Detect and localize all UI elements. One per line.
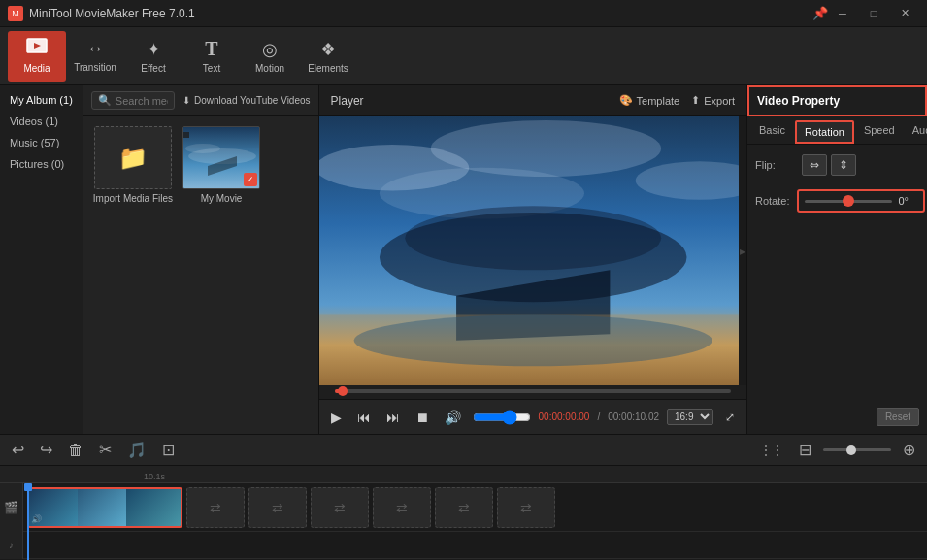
svg-point-5 [185, 144, 220, 153]
close-button[interactable]: ✕ [890, 4, 919, 23]
video-clip[interactable]: 🔊 [27, 487, 182, 528]
toolbar-motion[interactable]: ◎ Motion [241, 31, 299, 82]
svg-rect-7 [183, 132, 189, 138]
play-button[interactable]: ▶ [327, 408, 346, 427]
split-button[interactable]: ⋮⋮ [756, 442, 787, 459]
transition-slot-6[interactable]: ⇄ [497, 487, 555, 528]
my-movie-label: My Movie [201, 193, 243, 204]
minimize-button[interactable]: ─ [828, 4, 857, 23]
crop-button[interactable]: ⊡ [158, 439, 179, 461]
text-icon: T [205, 38, 217, 60]
download-icon: ⬇ [182, 95, 190, 106]
rotate-control: 0° [797, 189, 925, 213]
motion-icon: ◎ [262, 39, 278, 60]
progress-bar[interactable] [335, 389, 731, 393]
zoom-in-button[interactable]: ⊕ [899, 439, 919, 461]
my-movie-thumb-box: ✓ [182, 126, 260, 189]
zoom-slider[interactable] [823, 448, 891, 451]
toolbar-transition[interactable]: ↔ Transition [66, 31, 124, 82]
audio-track-content[interactable] [23, 532, 927, 558]
flip-horizontal-button[interactable]: ⇔ [802, 154, 827, 176]
delete-button[interactable]: 🗑 [64, 440, 87, 461]
template-icon: 🎨 [619, 94, 633, 107]
prev-frame-button[interactable]: ⏮ [353, 408, 375, 427]
video-track-icon: 🎬 [0, 483, 23, 532]
toolbar-effect[interactable]: ✦ Effect [124, 31, 182, 82]
toolbar-media[interactable]: Media [8, 31, 66, 82]
template-button[interactable]: 🎨 Template [619, 94, 680, 107]
timeline-right-tools: ⋮⋮ ⊟ ⊕ [756, 439, 919, 461]
aspect-ratio-select[interactable]: 16:9 [667, 409, 713, 425]
toolbar-effect-label: Effect [141, 63, 165, 74]
tab-speed[interactable]: Speed [856, 120, 903, 144]
my-movie-thumb[interactable]: ✓ My Movie [182, 126, 260, 204]
flip-buttons: ⇔ ⇕ [802, 154, 856, 176]
maximize-button[interactable]: □ [859, 4, 888, 23]
media-toolbar: 🔍 ⬇ Download YouTube Videos [83, 85, 318, 116]
video-track-row: 🎬 🔊 ⇄ ⇄ ⇄ ⇄ ⇄ ⇄ [0, 483, 927, 532]
zoom-out-button[interactable]: ⊟ [795, 439, 815, 461]
tab-basic[interactable]: Basic [751, 120, 793, 144]
playhead[interactable] [27, 483, 29, 560]
total-time: 00:00:10.02 [608, 412, 659, 422]
flip-vertical-button[interactable]: ⇕ [831, 154, 856, 176]
export-button[interactable]: ⬆ Export [691, 94, 735, 107]
window-controls: ─ □ ✕ [828, 4, 919, 23]
transition-slot-1[interactable]: ⇄ [186, 487, 245, 528]
current-time: 00:00:00.00 [539, 412, 590, 422]
transition-slot-5[interactable]: ⇄ [435, 487, 493, 528]
transition-slot-4[interactable]: ⇄ [373, 487, 431, 528]
video-expand-handle[interactable]: ▸ [739, 116, 746, 385]
redo-button[interactable]: ↪ [36, 439, 56, 461]
time-marker-10: 10.1s [144, 472, 165, 481]
download-label: Download YouTube Videos [194, 95, 311, 106]
video-track-content[interactable]: 🔊 ⇄ ⇄ ⇄ ⇄ ⇄ ⇄ [23, 483, 927, 531]
fullscreen-button[interactable]: ⤢ [721, 409, 739, 426]
rotate-slider[interactable] [805, 200, 892, 203]
volume-slider[interactable] [473, 410, 531, 425]
sidebar-item-music[interactable]: Music (57) [0, 132, 83, 153]
player-header: Player 🎨 Template ⬆ Export [319, 85, 746, 116]
pin-icon: 📌 [812, 6, 828, 20]
app-icon: M [8, 6, 23, 21]
property-tabs: Basic Rotation Speed Audio [747, 116, 927, 145]
sidebar-item-videos[interactable]: Videos (1) [0, 111, 83, 132]
toolbar-text-label: Text [203, 63, 220, 74]
audio-track-icon: ♪ [0, 532, 23, 559]
transition-slot-3[interactable]: ⇄ [311, 487, 369, 528]
export-icon: ⬆ [691, 94, 700, 107]
download-youtube-button[interactable]: ⬇ Download YouTube Videos [182, 95, 311, 106]
elements-icon: ❖ [320, 39, 336, 60]
export-label: Export [704, 95, 735, 107]
reset-button[interactable]: Reset [877, 408, 919, 426]
search-input[interactable] [116, 95, 168, 107]
sidebar-item-pictures[interactable]: Pictures (0) [0, 153, 83, 175]
search-box[interactable]: 🔍 [91, 91, 175, 110]
timeline-toolbar: ↩ ↪ 🗑 ✂ 🎵 ⊡ ⋮⋮ ⊟ ⊕ [0, 435, 927, 466]
toolbar-text[interactable]: T Text [182, 31, 241, 82]
toolbar-elements[interactable]: ❖ Elements [299, 31, 357, 82]
toolbar-elements-label: Elements [308, 63, 348, 74]
toolbar-transition-label: Transition [74, 62, 116, 73]
transition-icon: ↔ [86, 39, 104, 59]
tab-audio[interactable]: Audio [905, 120, 927, 144]
volume-button[interactable]: 🔊 [441, 408, 465, 427]
folder-icon: 📁 [118, 145, 148, 172]
import-media-thumb[interactable]: 📁 Import Media Files [93, 126, 173, 204]
left-panel: My Album (1) Videos (1) Music (57) Pictu… [0, 85, 83, 434]
audio-button[interactable]: 🎵 [123, 439, 150, 461]
transition-slot-2[interactable]: ⇄ [248, 487, 307, 528]
stop-button[interactable]: ⏹ [412, 408, 433, 427]
main-toolbar: Media ↔ Transition ✦ Effect T Text ◎ Mot… [0, 27, 927, 85]
svg-point-17 [353, 314, 712, 366]
time-separator: / [597, 412, 600, 422]
player-video: ▸ [319, 116, 746, 385]
undo-button[interactable]: ↩ [8, 439, 28, 461]
search-icon: 🔍 [98, 94, 112, 107]
tab-rotation[interactable]: Rotation [795, 120, 854, 144]
cut-button[interactable]: ✂ [95, 439, 116, 461]
next-frame-button[interactable]: ⏭ [382, 408, 404, 427]
sidebar-item-myalbum[interactable]: My Album (1) [0, 89, 83, 111]
selected-check-icon: ✓ [244, 173, 257, 186]
rotate-label: Rotate: [755, 195, 789, 207]
